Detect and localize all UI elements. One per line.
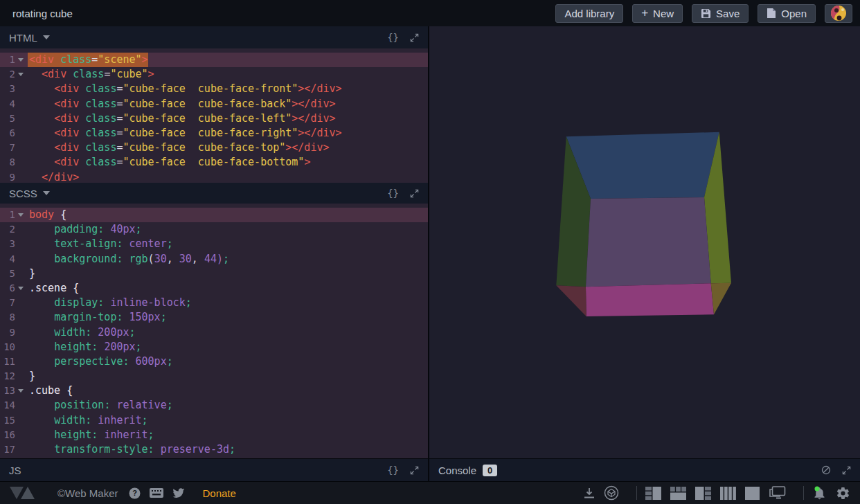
code-line[interactable]: 8 <div class="cube-face cube-face-bottom… — [0, 155, 428, 170]
line-gutter: 17 — [0, 442, 28, 457]
code-line[interactable]: 3 <div class="cube-face cube-face-front"… — [0, 82, 428, 96]
js-pane-header[interactable]: JS {} — [0, 458, 428, 481]
top-bar: rotating cube Add library + New Save Ope… — [0, 0, 860, 26]
code-text: <div class="cube-face cube-face-bottom"> — [28, 155, 310, 170]
beautify-code-icon[interactable]: {} — [387, 32, 399, 43]
layout-sidebar-left-icon[interactable] — [645, 487, 661, 500]
settings-gear-icon[interactable] — [836, 486, 850, 501]
code-line[interactable]: 9 width: 200px; — [0, 325, 428, 340]
code-line[interactable]: 8 margin-top: 150px; — [0, 310, 428, 325]
line-number: 4 — [0, 97, 15, 111]
code-text: width: inherit; — [28, 413, 148, 428]
scss-code-editor[interactable]: 1body {2 padding: 40px;3 text-align: cen… — [0, 204, 428, 458]
line-gutter: 3 — [0, 237, 28, 251]
code-line[interactable]: 14 position: relative; — [0, 398, 428, 413]
code-line[interactable]: 7 display: inline-block; — [0, 296, 428, 310]
line-gutter: 4 — [0, 252, 28, 267]
code-text: <div class="cube-face cube-face-back"></… — [28, 97, 336, 111]
code-text: <div class="cube-face cube-face-front"><… — [28, 82, 342, 96]
code-line[interactable]: 5 <div class="cube-face cube-face-left">… — [0, 111, 428, 126]
line-gutter: 3 — [0, 82, 28, 96]
code-line[interactable]: 7 <div class="cube-face cube-face-top"><… — [0, 141, 428, 155]
line-number: 11 — [0, 354, 15, 369]
open-label: Open — [781, 8, 807, 19]
code-line[interactable]: 2 padding: 40px; — [0, 222, 428, 237]
layout-code-top-icon[interactable] — [670, 487, 686, 500]
fold-arrow-icon[interactable] — [15, 58, 26, 62]
floppy-icon — [701, 8, 711, 19]
code-line[interactable]: 4 <div class="cube-face cube-face-back">… — [0, 97, 428, 111]
fold-arrow-icon[interactable] — [15, 73, 26, 76]
expand-pane-icon[interactable] — [410, 189, 419, 198]
code-text: </div> — [28, 170, 79, 183]
scss-mode-dropdown[interactable]: SCSS — [9, 188, 50, 199]
avatar-button[interactable] — [825, 4, 852, 23]
donate-link[interactable]: Donate — [202, 487, 235, 499]
line-gutter: 7 — [0, 141, 28, 155]
fold-arrow-icon[interactable] — [15, 287, 26, 290]
codepen-icon[interactable] — [604, 485, 619, 501]
line-gutter: 12 — [0, 369, 28, 384]
add-library-button[interactable]: Add library — [555, 4, 623, 23]
fold-arrow-icon[interactable] — [15, 389, 26, 393]
code-line[interactable]: 3 text-align: center; — [0, 237, 428, 251]
line-gutter: 5 — [0, 267, 28, 281]
code-line[interactable]: 6 <div class="cube-face cube-face-right"… — [0, 126, 428, 141]
line-gutter: 10 — [0, 340, 28, 354]
code-text: text-align: center; — [28, 237, 173, 251]
code-text: height: 200px; — [28, 340, 142, 354]
beautify-code-icon[interactable]: {} — [387, 465, 399, 476]
expand-pane-icon[interactable] — [410, 466, 419, 475]
code-line[interactable]: 17 transform-style: preserve-3d; — [0, 442, 428, 457]
line-gutter: 2 — [0, 222, 28, 237]
line-gutter: 7 — [0, 296, 28, 310]
twitter-icon[interactable] — [172, 488, 185, 498]
line-number: 15 — [0, 413, 15, 428]
code-text: <div class="cube"> — [28, 67, 154, 82]
code-text: <div class="cube-face cube-face-top"></d… — [28, 141, 330, 155]
code-line[interactable]: 16 height: inherit; — [0, 428, 428, 442]
code-line[interactable]: 13.cube { — [0, 384, 428, 398]
code-text: <div class="cube-face cube-face-right"><… — [28, 126, 342, 141]
code-line[interactable]: 12} — [0, 369, 428, 384]
code-text: <div class="cube-face cube-face-left"></… — [28, 111, 336, 126]
console-bar[interactable]: Console 0 — [429, 458, 860, 481]
download-icon[interactable] — [584, 487, 595, 499]
code-line[interactable]: 15 width: inherit; — [0, 413, 428, 428]
code-line[interactable]: 10 height: 200px; — [0, 340, 428, 354]
code-line[interactable]: 2 <div class="cube"> — [0, 67, 428, 82]
line-gutter: 2 — [0, 67, 28, 82]
beautify-code-icon[interactable]: {} — [387, 188, 399, 199]
scss-pane-header: SCSS {} — [0, 183, 428, 204]
line-gutter: 9 — [0, 325, 28, 340]
layout-sidebar-right-icon[interactable] — [695, 487, 711, 500]
html-code-editor[interactable]: 1<div class="scene">2 <div class="cube">… — [0, 48, 428, 183]
code-line[interactable]: 1<div class="scene"> — [0, 53, 428, 67]
detach-preview-icon[interactable] — [769, 486, 786, 500]
clear-console-icon[interactable] — [821, 465, 831, 475]
html-mode-dropdown[interactable]: HTML — [9, 32, 50, 44]
divider — [803, 486, 804, 500]
fold-arrow-icon[interactable] — [15, 213, 26, 217]
code-line[interactable]: 6.scene { — [0, 281, 428, 296]
layout-full-preview-icon[interactable] — [745, 487, 760, 500]
line-gutter: 8 — [0, 155, 28, 170]
code-line[interactable]: 11 perspective: 600px; — [0, 354, 428, 369]
line-number: 1 — [0, 208, 15, 222]
new-button[interactable]: + New — [632, 4, 683, 23]
expand-console-icon[interactable] — [842, 466, 851, 475]
open-button[interactable]: Open — [758, 4, 816, 23]
footer-bar: ©Web Maker ? Donate — [0, 481, 860, 504]
code-line[interactable]: 4 background: rgb(30, 30, 44); — [0, 252, 428, 267]
code-text: margin-top: 150px; — [28, 310, 167, 325]
code-line[interactable]: 9 </div> — [0, 170, 428, 183]
pen-title[interactable]: rotating cube — [12, 8, 546, 19]
code-line[interactable]: 5} — [0, 267, 428, 281]
notifications-bell-icon[interactable] — [812, 486, 827, 501]
layout-columns-icon[interactable] — [720, 487, 736, 500]
keyboard-shortcuts-icon[interactable] — [150, 488, 163, 498]
help-icon[interactable]: ? — [129, 487, 141, 499]
expand-pane-icon[interactable] — [410, 33, 419, 42]
save-button[interactable]: Save — [692, 4, 749, 23]
code-line[interactable]: 1body { — [0, 208, 428, 222]
